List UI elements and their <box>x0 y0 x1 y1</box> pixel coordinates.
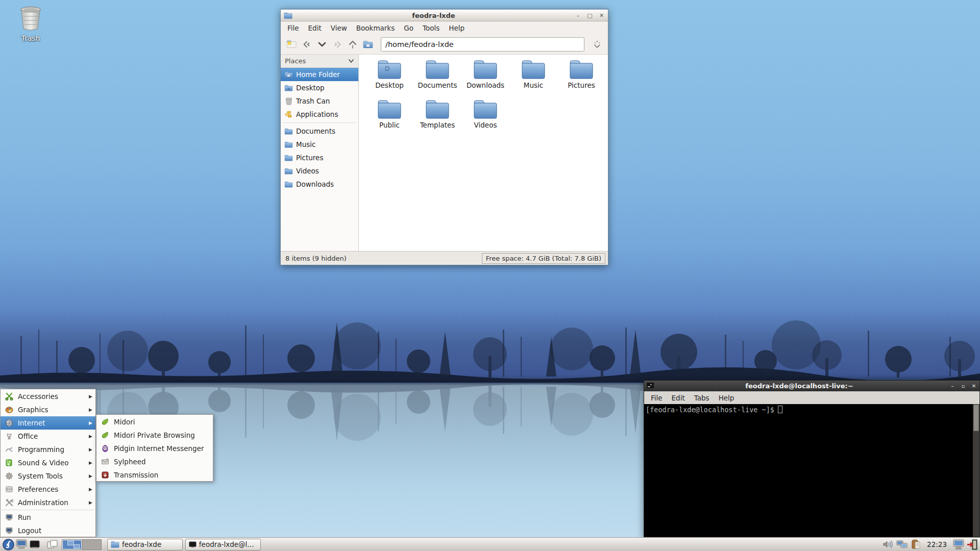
fm-menu-tools[interactable]: Tools <box>418 22 444 34</box>
menu-item-internet[interactable]: Internet ▶ <box>1 416 95 430</box>
new-tab-button[interactable] <box>285 38 298 51</box>
terminal-launcher[interactable] <box>28 538 41 551</box>
fm-menubar: File Edit View Bookmarks Go Tools Help <box>281 21 608 34</box>
submenu-item-pidgin[interactable]: Pidgin Internet Messenger <box>96 442 213 455</box>
folder-item-desktop[interactable]: D Desktop <box>365 59 413 99</box>
place-label: Music <box>296 140 315 148</box>
folder-item-videos[interactable]: Videos <box>461 99 509 139</box>
taskbar-task-terminal[interactable]: feodra-lxde@loc... <box>185 539 261 550</box>
task-label: feodra-lxde@loc... <box>199 540 257 548</box>
terminal-menu-help[interactable]: Help <box>714 392 739 404</box>
desktop-trash-shortcut[interactable]: Trash <box>11 6 50 42</box>
menu-item-preferences[interactable]: Preferences ▶ <box>1 483 95 496</box>
lock-screen-icon[interactable] <box>952 538 965 550</box>
place-videos[interactable]: Videos <box>281 164 358 178</box>
fm-menu-file[interactable]: File <box>283 22 304 34</box>
taskbar-task-file-manager[interactable]: feodra-lxde <box>107 539 183 550</box>
terminal-window-title: feodra-lxde@localhost-live:~ <box>654 382 945 390</box>
places-header[interactable]: Places <box>281 55 358 68</box>
place-documents[interactable]: Documents <box>281 124 358 138</box>
menu-item-office[interactable]: Office ▶ <box>1 430 95 443</box>
folder-item-pictures[interactable]: Pictures <box>557 59 605 99</box>
history-dropdown-button[interactable] <box>315 38 329 51</box>
place-trash-can[interactable]: Trash Can <box>281 94 358 108</box>
places-separator <box>283 122 356 123</box>
terminal-maximize-button[interactable]: ▫ <box>960 383 966 389</box>
administration-tools-icon <box>5 498 14 507</box>
terminal-menu-edit[interactable]: Edit <box>667 392 690 404</box>
fm-close-button[interactable]: ✕ <box>598 12 605 19</box>
pager-desktop-2[interactable] <box>82 540 101 549</box>
submenu-item-transmission[interactable]: Transmission <box>96 468 213 482</box>
taskbar-clock[interactable]: 22:23 <box>927 540 947 548</box>
submenu-arrow-icon: ▶ <box>89 407 92 412</box>
place-music[interactable]: Music <box>281 138 358 151</box>
fm-maximize-button[interactable]: ▢ <box>586 12 593 19</box>
submenu-arrow-icon: ▶ <box>89 394 92 399</box>
preferences-icon <box>5 485 14 494</box>
folder-item-downloads[interactable]: Downloads <box>461 59 509 99</box>
submenu-arrow-icon: ▶ <box>89 447 92 452</box>
place-applications[interactable]: Applications <box>281 108 358 121</box>
fm-menu-view[interactable]: View <box>326 22 352 34</box>
folder-item-music[interactable]: Music <box>509 59 557 99</box>
folder-item-public[interactable]: Public <box>365 99 413 139</box>
trash-can-icon <box>284 97 293 106</box>
menu-item-label: Graphics <box>18 406 48 414</box>
terminal-minimize-button[interactable]: – <box>949 383 955 389</box>
submenu-item-midori[interactable]: Midori <box>96 415 213 429</box>
submenu-item-midori-private[interactable]: Midori Private Browsing <box>96 429 213 442</box>
terminal-menu-file[interactable]: File <box>646 392 667 404</box>
terminal-titlebar[interactable]: feodra-lxde@localhost-live:~ – ▫ ✕ <box>644 381 979 391</box>
home-button[interactable] <box>361 38 375 51</box>
clipboard-icon[interactable] <box>910 538 922 550</box>
fm-menu-edit[interactable]: Edit <box>304 22 326 34</box>
menu-item-administration[interactable]: Administration ▶ <box>1 496 95 509</box>
jump-to-button[interactable] <box>591 38 604 51</box>
menu-item-run[interactable]: Run <box>1 511 95 524</box>
desktop-emblem: D <box>385 65 390 72</box>
menu-item-logout[interactable]: Logout <box>1 524 95 537</box>
forward-button[interactable] <box>331 38 344 51</box>
terminal-scrollbar[interactable] <box>973 404 979 537</box>
transmission-icon <box>101 470 110 480</box>
fm-menu-bookmarks[interactable]: Bookmarks <box>352 22 399 34</box>
back-button[interactable] <box>300 38 313 51</box>
menu-item-system-tools[interactable]: System Tools ▶ <box>1 469 95 483</box>
folder-icon <box>473 99 498 119</box>
file-manager-launcher[interactable] <box>15 538 28 551</box>
submenu-item-sylpheed[interactable]: Sylpheed <box>96 455 213 468</box>
fm-titlebar[interactable]: feodra-lxde – ▢ ✕ <box>281 9 608 21</box>
folder-icon <box>284 180 293 189</box>
up-button[interactable] <box>346 38 359 51</box>
volume-icon[interactable] <box>882 538 894 550</box>
place-label: Home Folder <box>296 70 340 79</box>
terminal-scrollbar-thumb[interactable] <box>973 405 979 431</box>
logout-door-icon[interactable] <box>966 538 978 550</box>
network-icon[interactable] <box>896 538 908 550</box>
window-folder-icon <box>284 12 292 19</box>
menu-item-graphics[interactable]: Graphics ▶ <box>1 403 95 416</box>
terminal-content[interactable]: [feodra-lxde@localhost-live ~]$ <box>644 404 979 537</box>
start-menu-button[interactable] <box>2 538 15 551</box>
pager-desktop-1[interactable] <box>62 540 82 549</box>
fm-menu-go[interactable]: Go <box>399 22 418 34</box>
terminal-menu-tabs[interactable]: Tabs <box>690 392 714 404</box>
path-input[interactable] <box>381 37 584 52</box>
fm-minimize-button[interactable]: – <box>575 12 581 19</box>
place-pictures[interactable]: Pictures <box>281 151 358 164</box>
terminal-close-button[interactable]: ✕ <box>971 383 977 389</box>
fm-menu-help[interactable]: Help <box>444 22 469 34</box>
menu-item-accessories[interactable]: Accessories ▶ <box>1 390 95 403</box>
menu-item-sound-video[interactable]: Sound & Video ▶ <box>1 456 95 469</box>
folder-item-templates[interactable]: Templates <box>413 99 461 139</box>
place-desktop[interactable]: :D: Desktop <box>281 81 358 94</box>
place-downloads[interactable]: Downloads <box>281 178 358 191</box>
minimize-all-button[interactable] <box>45 538 59 551</box>
submenu-arrow-icon: ▶ <box>89 420 92 425</box>
place-home-folder[interactable]: Home Folder <box>281 68 358 81</box>
folder-label: Music <box>524 81 543 89</box>
menu-item-programming[interactable]: Programming ▶ <box>1 443 95 456</box>
folder-item-documents[interactable]: Documents <box>413 59 461 99</box>
terminal-icon <box>189 541 197 548</box>
